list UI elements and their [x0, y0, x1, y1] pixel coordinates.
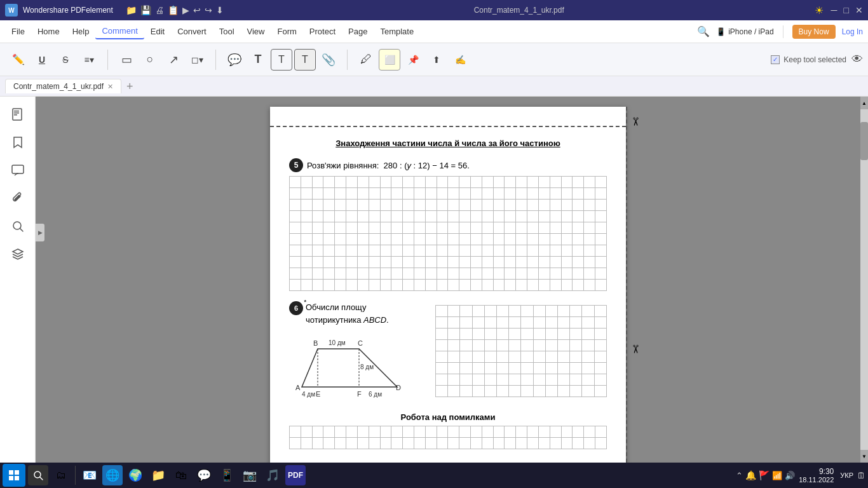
underline-tool[interactable]: U — [31, 49, 53, 71]
shape-group-tool[interactable]: ◻▾ — [186, 49, 208, 71]
note-tool[interactable]: 📌 — [402, 49, 424, 71]
taskbar: 🗂 📧 🌐 🌍 📁 🛍 💬 📱 📷 🎵 PDF ⌃ 🔔 🚩 📶 🔊 9:30 1… — [0, 463, 868, 488]
mobile-option[interactable]: 📱 iPhone / iPad — [716, 27, 773, 36]
taskbar-app1[interactable]: 🎵 — [262, 465, 283, 485]
taskbar-sep — [75, 466, 76, 485]
expand-sidebar-button[interactable]: ▶ — [36, 224, 44, 241]
menu-file[interactable]: File — [5, 24, 31, 39]
menu-page[interactable]: Page — [342, 24, 374, 39]
ellipse-tool[interactable]: ○ — [139, 49, 161, 71]
svg-text:8 дм: 8 дм — [360, 363, 374, 370]
close-button[interactable]: ✕ — [855, 5, 863, 15]
scroll-thumb[interactable] — [860, 122, 868, 160]
menu-help[interactable]: Help — [66, 24, 96, 39]
toolbar-right: ✓ Keep tool selected 👁 — [771, 53, 863, 66]
titlebar-left: W Wondershare PDFelement 📁 💾 🖨 📋 ▶ ↩ ↪ ⬇ — [5, 4, 224, 17]
stamp-text-tool[interactable]: T — [294, 49, 316, 71]
taskbar-pdfelement[interactable]: PDF — [285, 465, 306, 485]
sidebar-item-layers[interactable] — [6, 243, 29, 266]
sidebar-item-pages[interactable] — [6, 103, 29, 126]
taskbar-store[interactable]: 🛍 — [171, 465, 191, 485]
textbox-tool[interactable]: T — [271, 49, 292, 71]
taskbar-files[interactable]: 📁 — [148, 465, 168, 485]
taskbar-chrome[interactable]: 🌍 — [125, 465, 146, 485]
taskbar-search[interactable] — [28, 465, 48, 485]
clipboard-icon[interactable]: 📋 — [168, 5, 179, 15]
more-icon[interactable]: ▶ — [182, 5, 189, 15]
signature-tool[interactable]: ✍ — [449, 49, 471, 71]
menu-convert[interactable]: Convert — [171, 24, 213, 39]
taskbar-notif-icon[interactable]: 🔔 — [745, 470, 756, 480]
taskbar-browser-edge[interactable]: 🌐 — [102, 465, 123, 485]
start-button[interactable] — [3, 464, 25, 487]
taskbar-viber[interactable]: 📱 — [217, 465, 237, 485]
cut-line-right — [626, 107, 627, 463]
sidebar-item-bookmark[interactable] — [6, 131, 29, 154]
task6-layout: 6* Обчисли площучотирикутника ABCD. — [289, 301, 607, 402]
keep-tool-checkbox[interactable]: ✓ — [771, 55, 780, 64]
rectangle-tool[interactable]: ▭ — [116, 49, 137, 71]
eraser-tool[interactable]: ⬜ — [379, 49, 400, 71]
new-tab-button[interactable]: + — [126, 81, 133, 92]
print-icon[interactable]: 🖨 — [155, 5, 164, 15]
buy-button[interactable]: Buy Now — [792, 25, 836, 39]
taskbar-teams[interactable]: 💬 — [194, 465, 214, 485]
maximize-button[interactable]: □ — [844, 5, 849, 15]
tab-document[interactable]: Contr_matem_4_1_ukr.pdf ✕ — [5, 79, 121, 93]
sidebar-item-attachment[interactable] — [6, 187, 29, 210]
sidebar-item-search[interactable] — [6, 215, 29, 238]
annotation-tools: ✏️ U S ≡▾ — [5, 49, 102, 71]
taskbar-up-arrow[interactable]: ⌃ — [736, 471, 743, 480]
save-icon[interactable]: 💾 — [140, 5, 151, 15]
menu-comment[interactable]: Comment — [95, 24, 144, 39]
strikethrough-tool[interactable]: S — [55, 49, 76, 71]
sidebar-item-comment[interactable] — [6, 159, 29, 182]
pen-tool[interactable]: ✏️ — [8, 49, 29, 71]
menu-home[interactable]: Home — [31, 24, 66, 39]
scroll-up-button[interactable]: ▲ — [860, 97, 868, 109]
svg-text:F: F — [357, 390, 362, 398]
menu-form[interactable]: Form — [271, 24, 303, 39]
down-icon[interactable]: ⬇ — [216, 5, 224, 15]
taskbar-task-view[interactable]: 🗂 — [51, 465, 71, 485]
scroll-down-button[interactable]: ▼ — [860, 450, 868, 463]
text-tool[interactable]: T — [247, 49, 269, 71]
menu-edit[interactable]: Edit — [144, 24, 171, 39]
task6-left: 6* Обчисли площучотирикутника ABCD. — [289, 301, 429, 402]
menu-tool[interactable]: Tool — [213, 24, 241, 39]
cut-line-top — [270, 126, 626, 127]
pencil-draw-tool[interactable]: 🖊 — [355, 49, 377, 71]
upload-stamp-tool[interactable]: ⬆ — [426, 49, 447, 71]
login-button[interactable]: Log In — [842, 27, 863, 36]
taskbar-flag-icon[interactable]: 🚩 — [759, 470, 770, 480]
taskbar-mail[interactable]: 📧 — [79, 465, 100, 485]
scroll-track — [860, 109, 868, 450]
pdf-area[interactable]: ✂ ✂ Знаходження частини числа й числа за… — [36, 97, 860, 463]
chevron-down-icon: ▼ — [862, 454, 867, 459]
undo-icon[interactable]: ↩ — [193, 5, 201, 15]
redo-icon[interactable]: ↪ — [205, 5, 212, 15]
taskbar-network-icon[interactable]: 📶 — [772, 471, 782, 480]
highlight-tool[interactable]: ≡▾ — [78, 49, 100, 71]
arrow-tool[interactable]: ↗ — [163, 49, 184, 71]
menu-right: 🔍 📱 iPhone / iPad Buy Now Log In — [697, 25, 863, 39]
taskbar-clock[interactable]: 9:30 18.11.2022 — [799, 467, 834, 484]
scrollbar-right[interactable]: ▲ ▼ — [860, 97, 868, 463]
callout-tool[interactable]: 💬 — [224, 49, 245, 71]
theme-icon[interactable]: ☀ — [815, 4, 824, 17]
task6-block: 6* Обчисли площучотирикутника ABCD. — [289, 301, 607, 402]
tab-close-button[interactable]: ✕ — [107, 83, 113, 91]
menu-template[interactable]: Template — [374, 24, 420, 39]
taskbar-sound-icon[interactable]: 🔊 — [785, 471, 795, 480]
taskbar-media[interactable]: 📷 — [240, 465, 260, 485]
menu-protect[interactable]: Protect — [303, 24, 342, 39]
minimize-button[interactable]: ─ — [831, 5, 837, 15]
open-icon[interactable]: 📁 — [126, 5, 137, 15]
attachment-tool[interactable]: 📎 — [318, 49, 339, 71]
search-icon[interactable]: 🔍 — [697, 25, 710, 37]
taskbar-notifications[interactable]: 🗓 — [857, 471, 865, 480]
taskbar-date: 18.11.2022 — [799, 476, 834, 484]
chevron-right-icon: ▶ — [38, 229, 43, 236]
menu-view[interactable]: View — [241, 24, 271, 39]
eye-icon[interactable]: 👁 — [851, 53, 863, 66]
